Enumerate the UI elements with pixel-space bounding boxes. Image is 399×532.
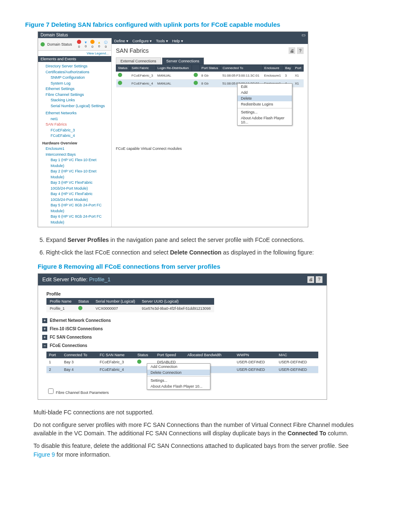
row-login: MANUAL	[156, 72, 192, 80]
row-ps: 8 Gb	[200, 80, 220, 87]
step6-bold: Delete Connection	[170, 249, 221, 256]
paragraph-3: To disable this feature, delete the addi…	[33, 442, 366, 459]
tree-dir-server[interactable]: Directory Server Settings	[41, 64, 109, 69]
tree-bay1[interactable]: Bay 1 (HP VC Flex-10 Enet Module)	[41, 157, 109, 169]
row-port: X1	[293, 72, 304, 80]
tree-bay4[interactable]: Bay 4 (HP VC FlexFabric 10Gb/24-Port Mod…	[41, 191, 109, 203]
count-2: 0	[92, 45, 93, 49]
tree-eth-net[interactable]: Ethernet Networks	[41, 111, 109, 116]
row-fabric: FCoEFabric_4	[130, 80, 156, 87]
th-port: Port	[293, 65, 304, 72]
domain-status-row: Domain Status 0 ▼0 0 ▲0 ⓘ0	[38, 38, 111, 51]
tree-enc1[interactable]: Enclosure1	[41, 146, 109, 152]
fth-name: FC SAN Name	[97, 352, 135, 358]
fcsan-conn-header[interactable]: + FC SAN Connections	[38, 333, 327, 342]
info-icon: ▼	[84, 41, 87, 44]
tree-syslog[interactable]: System Log	[41, 81, 109, 87]
row-ps: 8 Gb	[200, 72, 220, 80]
ctx-settings[interactable]: Settings...	[238, 109, 292, 115]
tree-stacking[interactable]: Stacking Links	[41, 98, 109, 103]
status-badges: 0 ▼0 0 ▲0 ⓘ0	[76, 40, 109, 49]
caution-icon: ▲	[97, 41, 101, 44]
ctx2-delete[interactable]: Delete Connection	[147, 370, 210, 375]
table-row[interactable]: FCoEFabric_3 MANUAL 8 Gb 51:08:05:F3:00:…	[116, 72, 304, 80]
left-nav-pane: Domain Status 0 ▼0 0 ▲0 ⓘ0 View Legend..…	[38, 38, 112, 227]
nav-tree: Directory Server Settings Certificates/A…	[38, 62, 111, 227]
th-blank	[192, 65, 200, 72]
tree-snmp[interactable]: SNMP Configuration	[41, 75, 109, 81]
th-bay: Bay	[283, 65, 293, 72]
figure8-screenshot: Edit Server Profile: Profile_1 🖨 ? Profi…	[38, 273, 327, 400]
tree-fcoe4[interactable]: FCoEFabric_4	[41, 133, 109, 139]
ctx-delete[interactable]: Delete	[238, 95, 292, 101]
figure8-title: Figure 8 Removing all FCoE connections f…	[38, 263, 374, 270]
tree-san-fabrics[interactable]: SAN Fabrics	[41, 122, 109, 128]
menu-tools[interactable]: Tools ▾	[156, 39, 168, 43]
ctx-flash[interactable]: About Adobe Flash Player 10...	[238, 115, 292, 125]
main-content-pane: Define ▾ Configure ▾ Tools ▾ Help ▾ SAN …	[112, 38, 308, 227]
th-connected-to: Connected To	[221, 65, 263, 72]
pth-uuid: Server UUID (Logical)	[138, 298, 214, 305]
help-icon[interactable]: ?	[316, 276, 322, 283]
critical-icon	[77, 40, 81, 44]
row-ps-icon	[194, 81, 198, 85]
ctx2-add[interactable]: Add Connection	[147, 364, 210, 370]
eth-conn-label: Ethernet Network Connections	[50, 318, 111, 323]
status-ok-icon	[41, 42, 45, 46]
tree-bay5[interactable]: Bay 5 (HP VC 8Gb 24-Port FC Module)	[41, 203, 109, 214]
row-conn: 51:08:05:F3:00:11:3C:01	[221, 72, 263, 80]
fcoe-footer-note: FCoE capable Virtual Connect modules	[112, 130, 308, 153]
tree-bay6[interactable]: Bay 6 (HP VC 8Gb 24-Port FC Module)	[41, 214, 109, 225]
count-0: 0	[78, 45, 80, 49]
pth-serial: Serial Number (Logical)	[92, 298, 139, 305]
menu-define[interactable]: Define ▾	[114, 39, 128, 43]
edit-profile-header: Edit Server Profile: Profile_1 🖨 ?	[38, 274, 327, 285]
pth-name: Profile Name	[46, 298, 75, 305]
figure9-link[interactable]: Figure 9	[33, 451, 55, 458]
tree-bay2[interactable]: Bay 2 (HP VC Flex-10 Enet Module)	[41, 169, 109, 180]
fcoe-conn-header[interactable]: − FCoE Connections	[38, 342, 327, 350]
print-icon[interactable]: 🖨	[307, 276, 314, 283]
ctx2-flash[interactable]: About Adobe Flash Player 10...	[147, 383, 210, 389]
print-icon[interactable]: 🖨	[289, 47, 295, 54]
iscsi-conn-header[interactable]: + Flex-10 iSCSI Connections	[38, 325, 327, 333]
ctx-add[interactable]: Add	[238, 90, 292, 95]
ctx-edit[interactable]: Edit	[238, 84, 292, 90]
fcoe-conn-label: FCoE Connections	[50, 343, 87, 348]
fcell-mac: USER-DEFINED	[276, 358, 319, 366]
tree-serial[interactable]: Serial Number (Logical) Settings	[41, 103, 109, 109]
tree-cert[interactable]: Certificates/Authorizations	[41, 69, 109, 75]
domain-status-label: Domain Status	[47, 42, 72, 46]
count-1: 0	[85, 44, 87, 48]
help-icon[interactable]: ?	[297, 47, 304, 54]
tree-eth-settings[interactable]: Ethernet Settings	[41, 86, 109, 92]
fcell-name: FCoEFabric_3	[97, 358, 135, 366]
titlebar-sizer: ▭	[302, 33, 305, 37]
tree-fcoe3[interactable]: FCoEFabric_3	[41, 128, 109, 134]
san-fabrics-title: SAN Fabrics	[116, 47, 149, 54]
tab-server-connections[interactable]: Server Connections	[162, 57, 204, 64]
fth-bw: Allocated Bandwidth	[185, 352, 234, 358]
menu-configure[interactable]: Configure ▾	[133, 39, 152, 43]
tree-bay3[interactable]: Bay 3 (HP VC FlexFabric 10Gb/24-Port Mod…	[41, 180, 109, 191]
tree-net1[interactable]: net1	[41, 116, 109, 122]
tree-ibays[interactable]: Interconnect Bays	[41, 152, 109, 158]
th-enclosure: Enclosure	[263, 65, 284, 72]
row-enc: Enclosure1	[263, 72, 284, 80]
view-legend-link[interactable]: View Legend...	[38, 51, 111, 56]
eth-conn-header[interactable]: + Ethernet Network Connections	[38, 316, 327, 325]
tree-fc-settings[interactable]: Fibre Channel Settings	[41, 92, 109, 98]
tab-external-connections[interactable]: External Connections	[116, 57, 161, 64]
fcell-status-icon	[137, 360, 141, 364]
ctx-redist[interactable]: Redistribute Logins	[238, 101, 292, 107]
menu-help[interactable]: Help ▾	[172, 39, 183, 43]
count-4: 0	[105, 45, 107, 49]
collapse-icon: −	[42, 343, 47, 348]
ctx2-settings[interactable]: Settings...	[147, 378, 210, 383]
fc-boot-checkbox[interactable]	[48, 388, 54, 394]
th-status: Status	[116, 65, 130, 72]
figure7-screenshot: Domain Status ▭ Domain Status 0 ▼0 0 ▲0 …	[38, 31, 308, 227]
warn-icon	[90, 40, 95, 44]
fcsan-conn-label: FC SAN Connections	[50, 335, 92, 339]
connected-to-bold: Connected To	[288, 430, 326, 437]
